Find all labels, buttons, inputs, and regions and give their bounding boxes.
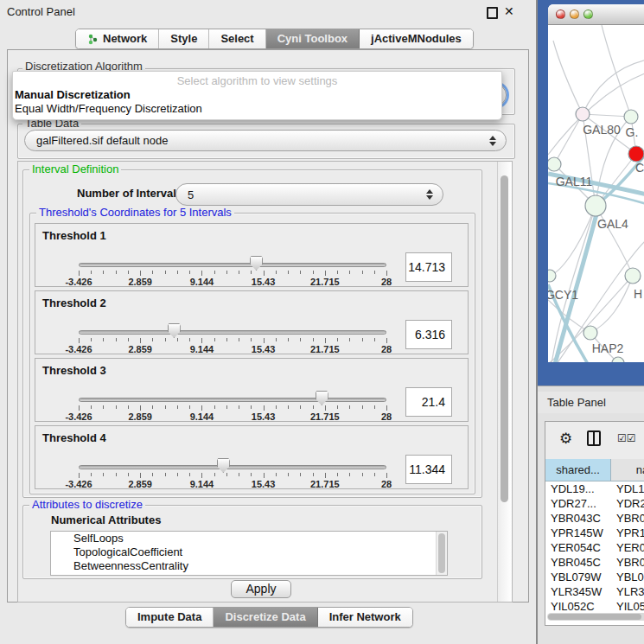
tab-discretize-data[interactable]: Discretize Data: [214, 608, 317, 627]
threshold-value-field[interactable]: 21.4: [405, 387, 452, 417]
tick-mark: [288, 473, 289, 476]
close-traffic-light-icon[interactable]: [556, 10, 565, 19]
table-row[interactable]: YPR145WYPR145W: [545, 526, 644, 540]
network-node-gal11[interactable]: [548, 157, 561, 171]
tab-jactivemnodules[interactable]: jActiveMNodules: [360, 29, 473, 48]
vertical-scrollbar[interactable]: [497, 162, 512, 602]
threshold-value-field[interactable]: 14.713: [405, 252, 452, 282]
threshold-value-field[interactable]: 6.316: [405, 320, 452, 349]
shared-name-cell[interactable]: YER054C: [545, 540, 613, 555]
network-node[interactable]: [612, 357, 624, 362]
tab-network[interactable]: Network: [76, 29, 159, 48]
name-cell[interactable]: YDR27...: [613, 496, 644, 511]
name-cell[interactable]: YBR045C: [613, 555, 644, 570]
table-row[interactable]: YDL19...YDL19...: [545, 481, 644, 496]
shared-name-cell[interactable]: YDL19...: [545, 481, 613, 496]
tick-mark: [313, 271, 314, 274]
apply-button[interactable]: Apply: [231, 580, 291, 598]
name-cell[interactable]: YER054C: [613, 540, 644, 555]
column-header-name[interactable]: name: [611, 459, 644, 481]
table-row[interactable]: YBL079WYBL079W: [545, 570, 644, 584]
threshold-value-field[interactable]: 11.344: [405, 455, 452, 484]
gear-icon[interactable]: ⚙: [559, 430, 572, 448]
horizontal-scrollbar[interactable]: [547, 613, 644, 621]
shared-name-cell[interactable]: YLR345W: [545, 584, 613, 599]
tab-select[interactable]: Select: [209, 29, 265, 48]
close-icon[interactable]: ✕: [504, 4, 514, 18]
number-of-intervals-spinner[interactable]: 5: [175, 183, 443, 206]
network-node-c[interactable]: [628, 146, 644, 162]
tab-impute-data[interactable]: Impute Data: [126, 608, 214, 627]
name-cell[interactable]: YIL052C: [613, 599, 644, 614]
table-row[interactable]: YER054CYER054C: [545, 540, 644, 555]
column-header-shared-name[interactable]: shared...: [545, 459, 611, 481]
network-node-g[interactable]: [624, 110, 638, 124]
network-node-gcy1[interactable]: [548, 270, 556, 282]
tick-mark: [226, 405, 227, 409]
shared-name-cell[interactable]: YIL052C: [545, 599, 613, 614]
scrollbar-thumb[interactable]: [548, 614, 641, 620]
table-row[interactable]: YBR045CYBR045C: [545, 555, 644, 570]
table-row[interactable]: YBR043CYBR043C: [545, 511, 644, 526]
slider-track[interactable]: [79, 398, 386, 402]
network-edge[interactable]: [583, 60, 644, 114]
network-node-h[interactable]: [625, 268, 641, 284]
table-data-combobox[interactable]: galFiltered.sif default node: [24, 130, 507, 151]
table-row[interactable]: YDR27...YDR27...: [545, 496, 644, 511]
tick-mark: [276, 473, 277, 476]
dropdown-option-equal-width[interactable]: Equal Width/Frequency Discretization: [13, 102, 501, 116]
network-edge[interactable]: [602, 25, 631, 117]
tick-label: 28: [367, 344, 406, 354]
tick-mark: [91, 271, 92, 274]
attribute-list-item[interactable]: TopologicalCoefficient: [51, 545, 447, 559]
name-cell[interactable]: YBR043C: [613, 511, 644, 526]
float-window-icon[interactable]: [487, 7, 498, 19]
application-window: Control Panel ✕ Network Style Select Cyn…: [0, 0, 644, 644]
shared-name-cell[interactable]: YBR045C: [545, 555, 613, 570]
numerical-attributes-list[interactable]: SelfLoopsTopologicalCoefficientBetweenne…: [50, 531, 448, 576]
tick-mark: [79, 338, 80, 343]
network-edge[interactable]: [553, 41, 583, 114]
slider-track[interactable]: [79, 330, 386, 335]
name-cell[interactable]: YLR345W: [613, 584, 644, 599]
slider-thumb[interactable]: [217, 458, 230, 473]
name-cell[interactable]: YPR145W: [613, 526, 644, 540]
slider-track[interactable]: [79, 263, 386, 267]
attribute-list-item[interactable]: SelfLoops: [51, 532, 447, 545]
slider-track[interactable]: [79, 465, 386, 469]
network-node-gal80[interactable]: [576, 107, 590, 121]
name-cell[interactable]: YDL19...: [613, 481, 644, 496]
table-row[interactable]: YLR345WYLR345W: [545, 584, 644, 599]
columns-icon[interactable]: [587, 430, 601, 446]
scrollbar-thumb[interactable]: [438, 533, 445, 573]
tab-infer-network[interactable]: Infer Network: [318, 608, 412, 627]
network-window-titlebar[interactable]: [548, 4, 644, 25]
tab-style[interactable]: Style: [159, 29, 209, 48]
scrollbar-thumb[interactable]: [501, 175, 508, 502]
tick-mark: [214, 271, 215, 274]
shared-name-cell[interactable]: YDR27...: [545, 496, 613, 511]
tick-mark: [288, 338, 289, 341]
slider-thumb[interactable]: [168, 323, 181, 338]
select-columns-checkboxes-icon[interactable]: ☑☑: [617, 432, 636, 444]
name-cell[interactable]: YBL079W: [613, 570, 644, 584]
slider-thumb[interactable]: [250, 256, 263, 271]
table-row[interactable]: YIL052CYIL052C: [545, 599, 644, 614]
minimize-traffic-light-icon[interactable]: [570, 10, 579, 19]
tab-cyni-toolbox[interactable]: Cyni Toolbox: [266, 29, 360, 48]
attribute-list-item[interactable]: BetweennessCentrality: [51, 559, 447, 573]
network-edge[interactable]: [554, 114, 583, 164]
shared-name-cell[interactable]: YBL079W: [545, 570, 613, 584]
zoom-traffic-light-icon[interactable]: [583, 10, 593, 19]
network-canvas[interactable]: GAL80G.CGAL11GAL4GCY1HHAP2: [548, 25, 644, 362]
tick-mark: [374, 271, 375, 274]
network-window-frame: GAL80G.CGAL11GAL4GCY1HHAP2: [538, 0, 644, 386]
dropdown-option-manual[interactable]: Manual Discretization: [13, 88, 501, 102]
slider-thumb[interactable]: [316, 391, 328, 405]
list-scrollbar[interactable]: [436, 532, 447, 575]
shared-name-cell[interactable]: YPR145W: [545, 526, 613, 540]
tick-mark: [288, 271, 289, 274]
network-node-gal4[interactable]: [585, 195, 606, 216]
network-node-hap2[interactable]: [583, 326, 597, 340]
shared-name-cell[interactable]: YBR043C: [545, 511, 613, 526]
